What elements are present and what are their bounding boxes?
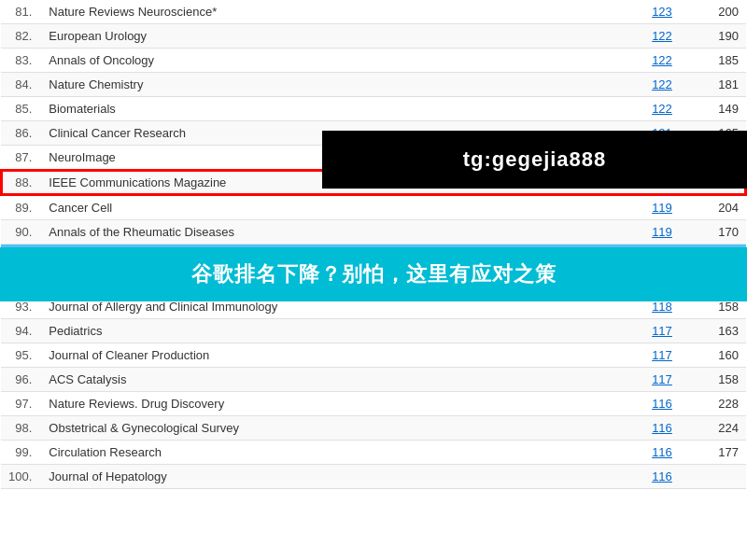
score-cell: 116 [634,392,690,416]
count-cell: 204 [690,195,746,220]
journal-name-cell: Nature Reviews. Drug Discovery [41,392,634,416]
score-cell: 116 [634,441,690,465]
telegram-overlay: tg:gegejia888 [322,131,747,189]
journal-name-cell: Nature Chemistry [41,73,634,97]
journal-name-cell: Nature Reviews Neuroscience* [41,0,634,24]
journal-name-cell: Obstetrical & Gynecological Survey [41,416,634,441]
rank-cell: 95. [1,343,41,368]
journal-name-cell: Circulation Research [41,441,634,465]
table-row: 98.Obstetrical & Gynecological Survey116… [1,416,746,441]
table-row: 100.Journal of Hepatology116 [1,465,746,489]
rank-cell: 97. [1,392,41,416]
rank-cell: 100. [1,465,41,489]
table-row: 83.Annals of Oncology122185 [1,49,746,73]
journal-table-container: 81.Nature Reviews Neuroscience*12320082.… [0,0,747,489]
journal-name-cell: Pediatrics [41,319,634,343]
count-cell: 224 [690,416,746,441]
rank-cell: 85. [1,97,41,121]
table-row: 97.Nature Reviews. Drug Discovery116228 [1,392,746,416]
journal-name-cell: Journal of Hepatology [41,465,634,489]
score-cell: 119 [634,195,690,220]
journal-name-cell: Cancer Cell [41,195,634,220]
journal-name-cell: Annals of Oncology [41,49,634,73]
score-cell: 122 [634,49,690,73]
rank-cell: 82. [1,24,41,49]
count-cell: 190 [690,24,746,49]
table-row: 90.Annals of the Rheumatic Diseases11917… [1,220,746,245]
table-row: 99.Circulation Research116177 [1,441,746,465]
rank-cell: 83. [1,49,41,73]
score-cell: 117 [634,343,690,368]
count-cell: 200 [690,0,746,24]
rank-cell: 96. [1,368,41,392]
journal-name-cell: European Urology [41,24,634,49]
rank-cell: 84. [1,73,41,97]
score-cell: 117 [634,319,690,343]
rank-cell: 94. [1,319,41,343]
score-cell: 119 [634,220,690,245]
journal-name-cell: Biomaterials [41,97,634,121]
score-cell: 116 [634,465,690,489]
table-row: 84.Nature Chemistry122181 [1,73,746,97]
rank-cell: 81. [1,0,41,24]
rank-cell: 86. [1,121,41,146]
count-cell: 177 [690,441,746,465]
count-cell: 228 [690,392,746,416]
journal-name-cell: Annals of the Rheumatic Diseases [41,220,634,245]
table-row: 94.Pediatrics117163 [1,319,746,343]
count-cell: 160 [690,343,746,368]
rank-cell: 89. [1,195,41,220]
rank-cell: 98. [1,416,41,441]
count-cell: 170 [690,220,746,245]
count-cell: 158 [690,368,746,392]
journal-name-cell: ACS Catalysis [41,368,634,392]
promo-overlay: 谷歌排名下降？别怕，这里有应对之策 [0,247,747,301]
score-cell: 116 [634,416,690,441]
rank-cell: 87. [1,146,41,171]
count-cell: 181 [690,73,746,97]
count-cell [690,465,746,489]
rank-cell: 88. [1,170,41,195]
table-row: 95.Journal of Cleaner Production117160 [1,343,746,368]
journal-name-cell: Journal of Cleaner Production [41,343,634,368]
score-cell: 123 [634,0,690,24]
score-cell: 117 [634,368,690,392]
score-cell: 122 [634,73,690,97]
rank-cell: 99. [1,441,41,465]
score-cell: 122 [634,24,690,49]
table-row: 96.ACS Catalysis117158 [1,368,746,392]
journal-table: 81.Nature Reviews Neuroscience*12320082.… [0,0,747,489]
score-cell: 122 [634,97,690,121]
table-row: 85.Biomaterials122149 [1,97,746,121]
count-cell: 163 [690,319,746,343]
table-row: 89.Cancer Cell119204 [1,195,746,220]
count-cell: 185 [690,49,746,73]
table-row: 82.European Urology122190 [1,24,746,49]
table-row: 81.Nature Reviews Neuroscience*123200 [1,0,746,24]
count-cell: 149 [690,97,746,121]
rank-cell: 90. [1,220,41,245]
